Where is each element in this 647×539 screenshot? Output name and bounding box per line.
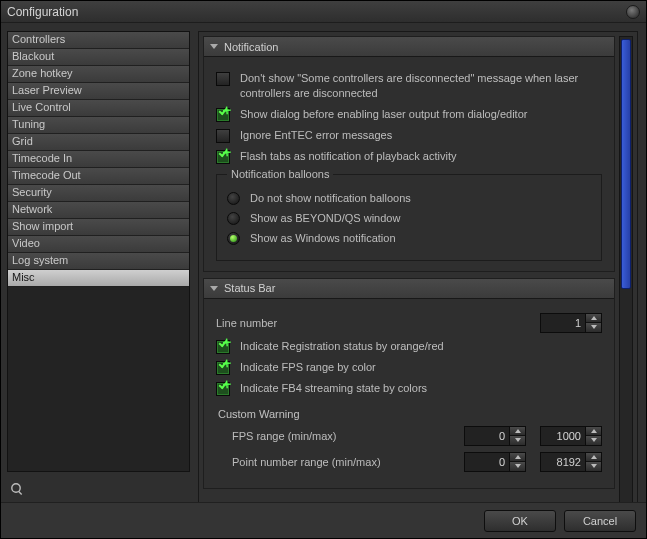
sidebar-item-blackout[interactable]: Blackout: [8, 49, 189, 66]
pnr-min-spinner[interactable]: [464, 452, 526, 472]
spin-down[interactable]: [586, 436, 601, 445]
spin-up[interactable]: [510, 427, 525, 437]
scrollbar-vertical[interactable]: [619, 36, 633, 502]
cancel-button[interactable]: Cancel: [564, 510, 636, 532]
checkbox-fb4-stream-label: Indicate FB4 streaming state by colors: [240, 381, 427, 396]
collapse-icon: [210, 286, 218, 291]
fps-range-label: FPS range (min/max): [232, 430, 337, 442]
radio-balloon-label-1: Show as BEYOND/QS window: [250, 212, 400, 224]
fps-min-input[interactable]: [465, 427, 509, 445]
fps-min-spinner[interactable]: [464, 426, 526, 446]
section-statusbar: Status Bar Line number: [203, 278, 615, 489]
sidebar: ControllersBlackoutZone hotkeyLaser Prev…: [1, 23, 196, 502]
sidebar-item-timecode-out[interactable]: Timecode Out: [8, 168, 189, 185]
sidebar-item-security[interactable]: Security: [8, 185, 189, 202]
custom-warning-title: Custom Warning: [218, 408, 602, 420]
spin-down[interactable]: [586, 462, 601, 471]
titlebar: Configuration: [1, 1, 646, 23]
settings-panel: Notification Don't show "Some controller…: [198, 31, 638, 502]
sidebar-item-live-control[interactable]: Live Control: [8, 100, 189, 117]
collapse-icon: [210, 44, 218, 49]
pnr-max-input[interactable]: [541, 453, 585, 471]
sidebar-item-controllers[interactable]: Controllers: [8, 32, 189, 49]
checkbox-fps-range-label: Indicate FPS range by color: [240, 360, 376, 375]
spin-up[interactable]: [586, 453, 601, 463]
radio-balloon-label-2: Show as Windows notification: [250, 232, 396, 244]
line-number-spinner[interactable]: [540, 313, 602, 333]
window-title: Configuration: [7, 5, 78, 19]
sidebar-item-zone-hotkey[interactable]: Zone hotkey: [8, 66, 189, 83]
checkbox-reg-status[interactable]: [216, 340, 230, 354]
sidebar-item-misc[interactable]: Misc: [8, 270, 189, 287]
sidebar-item-laser-preview[interactable]: Laser Preview: [8, 83, 189, 100]
titlebar-button[interactable]: [626, 5, 640, 19]
settings-scroll-area: Notification Don't show "Some controller…: [203, 36, 615, 502]
section-notification: Notification Don't show "Some controller…: [203, 36, 615, 272]
section-header-statusbar[interactable]: Status Bar: [204, 279, 614, 299]
checkbox-fb4-stream[interactable]: [216, 382, 230, 396]
line-number-input[interactable]: [541, 314, 585, 332]
spin-up[interactable]: [586, 427, 601, 437]
sidebar-item-video[interactable]: Video: [8, 236, 189, 253]
checkbox-disconnected-label: Don't show "Some controllers are disconn…: [240, 71, 602, 101]
main-panel: Notification Don't show "Some controller…: [196, 23, 646, 502]
search-icon[interactable]: [11, 483, 21, 493]
pnr-max-spinner[interactable]: [540, 452, 602, 472]
section-title: Status Bar: [224, 282, 275, 294]
sidebar-item-log-system[interactable]: Log system: [8, 253, 189, 270]
pnr-min-input[interactable]: [465, 453, 509, 471]
group-notification-balloons: Notification balloons Do not show notifi…: [216, 174, 602, 261]
sidebar-search-row: [7, 478, 190, 498]
checkbox-reg-status-label: Indicate Registration status by orange/r…: [240, 339, 444, 354]
ok-button[interactable]: OK: [484, 510, 556, 532]
checkbox-fps-range[interactable]: [216, 361, 230, 375]
sidebar-item-timecode-in[interactable]: Timecode In: [8, 151, 189, 168]
section-title: Notification: [224, 41, 278, 53]
checkbox-flash-tabs-label: Flash tabs as notification of playback a…: [240, 149, 456, 164]
group-title: Notification balloons: [227, 168, 333, 180]
spin-down[interactable]: [586, 323, 601, 332]
line-number-label: Line number: [216, 317, 277, 329]
spin-down[interactable]: [510, 436, 525, 445]
sidebar-item-show-import[interactable]: Show import: [8, 219, 189, 236]
sidebar-item-network[interactable]: Network: [8, 202, 189, 219]
scrollbar-thumb[interactable]: [621, 39, 631, 289]
checkbox-ignore-enttec-label: Ignore EntTEC error messages: [240, 128, 392, 143]
radio-balloon-2[interactable]: [227, 232, 240, 245]
sidebar-item-grid[interactable]: Grid: [8, 134, 189, 151]
spin-up[interactable]: [510, 453, 525, 463]
fps-max-spinner[interactable]: [540, 426, 602, 446]
spin-up[interactable]: [586, 314, 601, 324]
spin-down[interactable]: [510, 462, 525, 471]
checkbox-dialog-enable-label: Show dialog before enabling laser output…: [240, 107, 527, 122]
checkbox-disconnected[interactable]: [216, 72, 230, 86]
fps-max-input[interactable]: [541, 427, 585, 445]
config-window: Configuration ControllersBlackoutZone ho…: [0, 0, 647, 539]
sidebar-list: ControllersBlackoutZone hotkeyLaser Prev…: [7, 31, 190, 472]
checkbox-dialog-enable[interactable]: [216, 108, 230, 122]
radio-balloon-0[interactable]: [227, 192, 240, 205]
radio-balloon-label-0: Do not show notification balloons: [250, 192, 411, 204]
window-body: ControllersBlackoutZone hotkeyLaser Prev…: [1, 23, 646, 502]
sidebar-item-tuning[interactable]: Tuning: [8, 117, 189, 134]
footer: OK Cancel: [1, 502, 646, 538]
checkbox-ignore-enttec[interactable]: [216, 129, 230, 143]
checkbox-flash-tabs[interactable]: [216, 150, 230, 164]
radio-balloon-1[interactable]: [227, 212, 240, 225]
section-header-notification[interactable]: Notification: [204, 37, 614, 57]
pnr-label: Point number range (min/max): [232, 456, 381, 468]
